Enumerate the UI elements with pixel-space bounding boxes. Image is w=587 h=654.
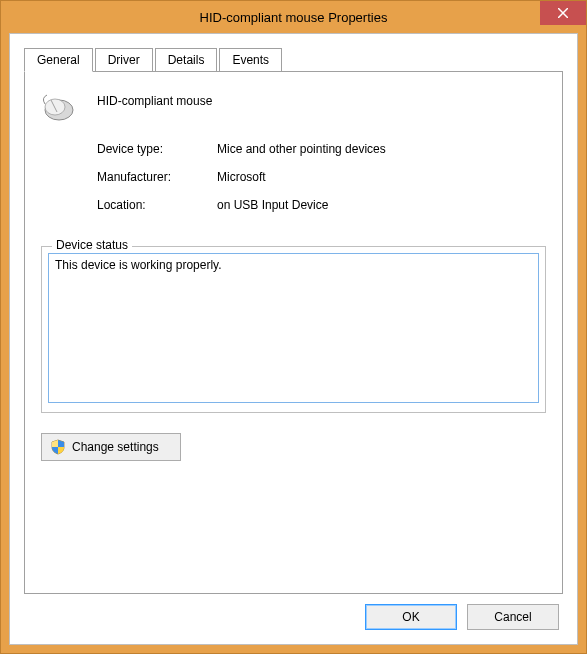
location-value: on USB Input Device [217, 198, 328, 212]
properties-window: HID-compliant mouse Properties General D… [0, 0, 587, 654]
client-area: General Driver Details Events HID-compli… [9, 33, 578, 645]
close-icon [558, 8, 568, 18]
window-title: HID-compliant mouse Properties [1, 10, 586, 25]
ok-button[interactable]: OK [365, 604, 457, 630]
device-type-value: Mice and other pointing devices [217, 142, 386, 156]
tab-details[interactable]: Details [155, 48, 218, 71]
uac-shield-icon [50, 439, 66, 455]
dialog-buttons: OK Cancel [24, 594, 563, 630]
location-label: Location: [97, 198, 217, 212]
svg-point-3 [45, 99, 65, 115]
tab-body-general: HID-compliant mouse Device type: Mice an… [24, 72, 563, 594]
change-settings-label: Change settings [72, 440, 159, 454]
tabstrip: General Driver Details Events [24, 46, 563, 72]
cancel-button[interactable]: Cancel [467, 604, 559, 630]
manufacturer-label: Manufacturer: [97, 170, 217, 184]
device-name: HID-compliant mouse [97, 94, 212, 108]
manufacturer-value: Microsoft [217, 170, 266, 184]
titlebar: HID-compliant mouse Properties [1, 1, 586, 33]
device-status-group: Device status [41, 246, 546, 413]
close-button[interactable] [540, 1, 586, 25]
tab-driver[interactable]: Driver [95, 48, 153, 71]
tab-general[interactable]: General [24, 48, 93, 72]
device-status-text[interactable] [48, 253, 539, 403]
device-info: Device type: Mice and other pointing dev… [97, 142, 546, 226]
change-settings-button[interactable]: Change settings [41, 433, 181, 461]
device-type-label: Device type: [97, 142, 217, 156]
mouse-icon [41, 90, 83, 124]
device-status-legend: Device status [52, 238, 132, 252]
tab-events[interactable]: Events [219, 48, 282, 71]
device-header: HID-compliant mouse [41, 90, 546, 124]
